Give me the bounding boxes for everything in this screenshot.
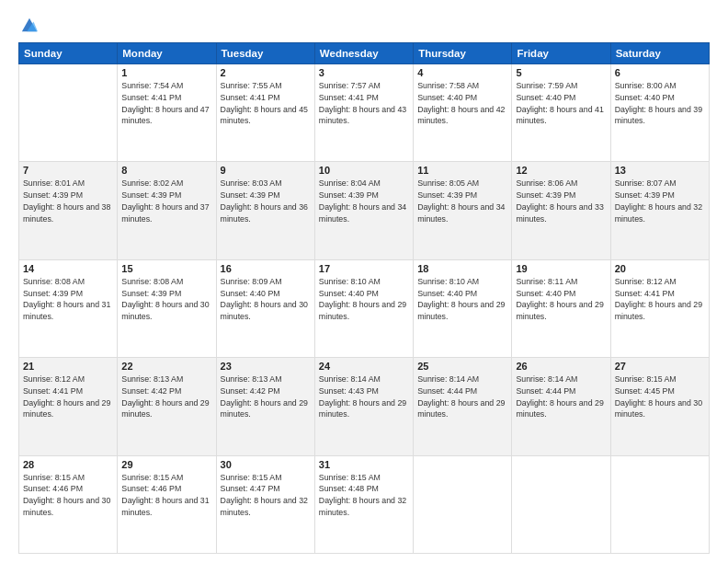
day-number: 27 bbox=[615, 361, 705, 372]
calendar-cell: 30Sunrise: 8:15 AMSunset: 4:47 PMDayligh… bbox=[216, 455, 314, 553]
weekday-header-sunday: Sunday bbox=[19, 43, 118, 64]
calendar-cell: 28Sunrise: 8:15 AMSunset: 4:46 PMDayligh… bbox=[19, 455, 118, 553]
calendar-table: SundayMondayTuesdayWednesdayThursdayFrid… bbox=[18, 42, 710, 554]
day-number: 16 bbox=[221, 263, 311, 274]
day-number: 18 bbox=[417, 263, 507, 274]
calendar-cell: 16Sunrise: 8:09 AMSunset: 4:40 PMDayligh… bbox=[216, 259, 314, 357]
weekday-header-saturday: Saturday bbox=[610, 43, 709, 64]
day-number: 11 bbox=[417, 165, 507, 176]
day-info: Sunrise: 7:54 AMSunset: 4:41 PMDaylight:… bbox=[121, 80, 211, 127]
day-info: Sunrise: 8:14 AMSunset: 4:43 PMDaylight:… bbox=[319, 373, 409, 420]
day-info: Sunrise: 8:14 AMSunset: 4:44 PMDaylight:… bbox=[516, 373, 606, 420]
day-number: 25 bbox=[417, 361, 507, 372]
day-number: 15 bbox=[121, 263, 211, 274]
day-info: Sunrise: 8:15 AMSunset: 4:45 PMDaylight:… bbox=[615, 373, 705, 420]
logo bbox=[18, 17, 39, 33]
calendar-cell: 25Sunrise: 8:14 AMSunset: 4:44 PMDayligh… bbox=[414, 358, 512, 455]
day-number: 10 bbox=[319, 165, 409, 176]
day-number: 26 bbox=[516, 361, 606, 372]
day-number: 12 bbox=[516, 165, 606, 176]
day-info: Sunrise: 8:03 AMSunset: 4:39 PMDaylight:… bbox=[221, 178, 311, 224]
calendar-cell: 10Sunrise: 8:04 AMSunset: 4:39 PMDayligh… bbox=[314, 162, 413, 259]
logo-icon bbox=[20, 17, 39, 33]
day-info: Sunrise: 8:09 AMSunset: 4:40 PMDaylight:… bbox=[221, 276, 311, 323]
day-info: Sunrise: 8:13 AMSunset: 4:42 PMDaylight:… bbox=[221, 373, 311, 420]
calendar-cell: 6Sunrise: 8:00 AMSunset: 4:40 PMDaylight… bbox=[610, 64, 709, 162]
day-number: 28 bbox=[23, 459, 113, 470]
calendar-cell: 3Sunrise: 7:57 AMSunset: 4:41 PMDaylight… bbox=[314, 64, 413, 162]
day-number: 24 bbox=[319, 361, 409, 372]
calendar-cell: 4Sunrise: 7:58 AMSunset: 4:40 PMDaylight… bbox=[414, 64, 512, 162]
day-info: Sunrise: 7:57 AMSunset: 4:41 PMDaylight:… bbox=[319, 80, 409, 127]
weekday-header-row: SundayMondayTuesdayWednesdayThursdayFrid… bbox=[19, 43, 710, 64]
day-info: Sunrise: 8:10 AMSunset: 4:40 PMDaylight:… bbox=[319, 276, 409, 323]
day-info: Sunrise: 8:15 AMSunset: 4:46 PMDaylight:… bbox=[23, 472, 113, 519]
day-number: 9 bbox=[221, 165, 311, 176]
calendar-cell: 31Sunrise: 8:15 AMSunset: 4:48 PMDayligh… bbox=[314, 455, 413, 553]
calendar-cell: 29Sunrise: 8:15 AMSunset: 4:46 PMDayligh… bbox=[118, 455, 216, 553]
calendar-cell: 9Sunrise: 8:03 AMSunset: 4:39 PMDaylight… bbox=[216, 162, 314, 259]
calendar-cell: 7Sunrise: 8:01 AMSunset: 4:39 PMDaylight… bbox=[19, 162, 118, 259]
header bbox=[18, 17, 710, 33]
calendar-week-row: 1Sunrise: 7:54 AMSunset: 4:41 PMDaylight… bbox=[19, 64, 710, 162]
day-number: 20 bbox=[615, 263, 705, 274]
day-number: 7 bbox=[23, 165, 113, 176]
day-info: Sunrise: 7:59 AMSunset: 4:40 PMDaylight:… bbox=[516, 80, 606, 127]
weekday-header-wednesday: Wednesday bbox=[314, 43, 413, 64]
day-info: Sunrise: 8:04 AMSunset: 4:39 PMDaylight:… bbox=[319, 178, 409, 224]
day-number: 30 bbox=[221, 459, 311, 470]
calendar-cell: 20Sunrise: 8:12 AMSunset: 4:41 PMDayligh… bbox=[610, 259, 709, 357]
day-number: 21 bbox=[23, 361, 113, 372]
day-info: Sunrise: 8:12 AMSunset: 4:41 PMDaylight:… bbox=[23, 373, 113, 420]
day-number: 1 bbox=[121, 67, 211, 78]
day-info: Sunrise: 8:10 AMSunset: 4:40 PMDaylight:… bbox=[417, 276, 507, 323]
calendar-cell: 2Sunrise: 7:55 AMSunset: 4:41 PMDaylight… bbox=[216, 64, 314, 162]
day-number: 3 bbox=[319, 67, 409, 78]
day-number: 13 bbox=[615, 165, 705, 176]
calendar-cell: 11Sunrise: 8:05 AMSunset: 4:39 PMDayligh… bbox=[414, 162, 512, 259]
day-number: 2 bbox=[221, 67, 311, 78]
day-info: Sunrise: 8:15 AMSunset: 4:48 PMDaylight:… bbox=[319, 472, 409, 519]
day-info: Sunrise: 7:55 AMSunset: 4:41 PMDaylight:… bbox=[221, 80, 311, 127]
weekday-header-friday: Friday bbox=[512, 43, 610, 64]
day-info: Sunrise: 8:12 AMSunset: 4:41 PMDaylight:… bbox=[615, 276, 705, 323]
day-info: Sunrise: 8:01 AMSunset: 4:39 PMDaylight:… bbox=[23, 178, 113, 224]
day-number: 4 bbox=[417, 67, 507, 78]
day-number: 17 bbox=[319, 263, 409, 274]
day-number: 19 bbox=[516, 263, 606, 274]
calendar-week-row: 21Sunrise: 8:12 AMSunset: 4:41 PMDayligh… bbox=[19, 358, 710, 455]
day-number: 14 bbox=[23, 263, 113, 274]
day-info: Sunrise: 8:07 AMSunset: 4:39 PMDaylight:… bbox=[615, 178, 705, 224]
calendar-cell: 26Sunrise: 8:14 AMSunset: 4:44 PMDayligh… bbox=[512, 358, 610, 455]
calendar-cell: 5Sunrise: 7:59 AMSunset: 4:40 PMDaylight… bbox=[512, 64, 610, 162]
day-info: Sunrise: 8:14 AMSunset: 4:44 PMDaylight:… bbox=[417, 373, 507, 420]
calendar-cell: 15Sunrise: 8:08 AMSunset: 4:39 PMDayligh… bbox=[118, 259, 216, 357]
day-info: Sunrise: 8:00 AMSunset: 4:40 PMDaylight:… bbox=[615, 80, 705, 127]
day-info: Sunrise: 8:15 AMSunset: 4:46 PMDaylight:… bbox=[121, 472, 211, 519]
day-info: Sunrise: 7:58 AMSunset: 4:40 PMDaylight:… bbox=[417, 80, 507, 127]
calendar-cell: 23Sunrise: 8:13 AMSunset: 4:42 PMDayligh… bbox=[216, 358, 314, 455]
calendar-cell bbox=[414, 455, 512, 553]
calendar-cell: 19Sunrise: 8:11 AMSunset: 4:40 PMDayligh… bbox=[512, 259, 610, 357]
day-number: 5 bbox=[516, 67, 606, 78]
day-number: 31 bbox=[319, 459, 409, 470]
day-number: 8 bbox=[121, 165, 211, 176]
calendar-cell bbox=[512, 455, 610, 553]
day-number: 6 bbox=[615, 67, 705, 78]
weekday-header-tuesday: Tuesday bbox=[216, 43, 314, 64]
calendar-week-row: 7Sunrise: 8:01 AMSunset: 4:39 PMDaylight… bbox=[19, 162, 710, 259]
calendar-cell: 22Sunrise: 8:13 AMSunset: 4:42 PMDayligh… bbox=[118, 358, 216, 455]
day-info: Sunrise: 8:13 AMSunset: 4:42 PMDaylight:… bbox=[121, 373, 211, 420]
calendar-cell: 13Sunrise: 8:07 AMSunset: 4:39 PMDayligh… bbox=[610, 162, 709, 259]
calendar-cell: 17Sunrise: 8:10 AMSunset: 4:40 PMDayligh… bbox=[314, 259, 413, 357]
calendar-week-row: 14Sunrise: 8:08 AMSunset: 4:39 PMDayligh… bbox=[19, 259, 710, 357]
calendar-cell: 14Sunrise: 8:08 AMSunset: 4:39 PMDayligh… bbox=[19, 259, 118, 357]
calendar-cell: 21Sunrise: 8:12 AMSunset: 4:41 PMDayligh… bbox=[19, 358, 118, 455]
calendar-cell: 24Sunrise: 8:14 AMSunset: 4:43 PMDayligh… bbox=[314, 358, 413, 455]
calendar-cell: 12Sunrise: 8:06 AMSunset: 4:39 PMDayligh… bbox=[512, 162, 610, 259]
weekday-header-thursday: Thursday bbox=[414, 43, 512, 64]
calendar-cell bbox=[19, 64, 118, 162]
day-info: Sunrise: 8:15 AMSunset: 4:47 PMDaylight:… bbox=[221, 472, 311, 519]
day-info: Sunrise: 8:05 AMSunset: 4:39 PMDaylight:… bbox=[417, 178, 507, 224]
day-number: 22 bbox=[121, 361, 211, 372]
